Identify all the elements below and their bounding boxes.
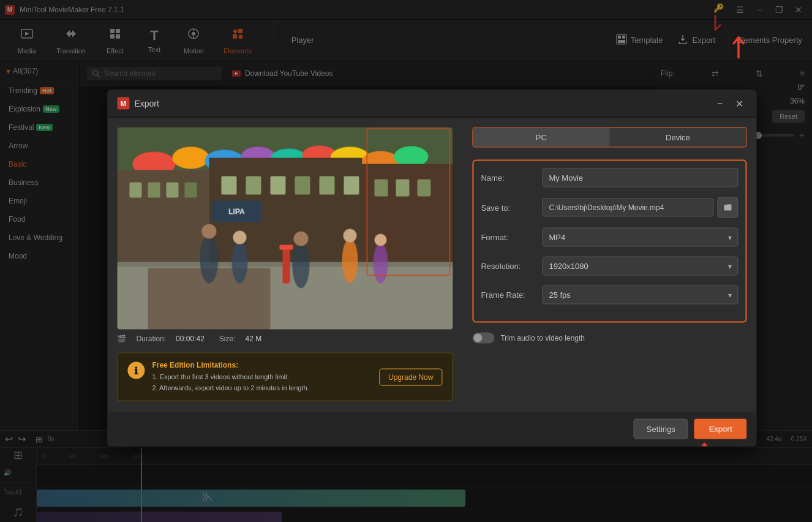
svg-rect-37 (129, 183, 141, 198)
dialog-controls: − ✕ (712, 96, 746, 111)
folder-icon (723, 203, 732, 213)
browse-button[interactable] (717, 197, 738, 218)
limit-text: Free Edition Limitations: 1. Export the … (152, 361, 372, 393)
svg-point-58 (201, 224, 216, 239)
resolution-row: Resolution: 1920x1080 1280x720 854x480 6… (481, 257, 738, 276)
svg-rect-48 (396, 180, 409, 197)
format-select-wrap: MP4 MOV AVI WMV MKV GIF ▾ (542, 228, 738, 247)
settings-button[interactable]: Settings (634, 419, 688, 439)
frame-rate-select-wrap: 24 fps 25 fps 30 fps 60 fps ▾ (542, 286, 738, 304)
save-to-row: Save to: (481, 197, 738, 218)
svg-point-62 (293, 232, 308, 246)
size-label: Size: (219, 335, 236, 343)
limitations-box: ℹ Free Edition Limitations: 1. Export th… (117, 353, 453, 401)
export-dialog: M Export − ✕ (107, 90, 756, 447)
svg-rect-43 (270, 176, 285, 195)
export-tabs: PC Device (472, 127, 746, 148)
svg-point-57 (200, 235, 218, 284)
svg-rect-38 (148, 183, 160, 198)
limit-title: Free Edition Limitations: (152, 361, 372, 369)
save-path-input[interactable] (542, 199, 713, 217)
resolution-label: Resolution: (481, 262, 542, 271)
app: M MiniTool MovieMaker Free 7.1.1 🔑 ☰ − ❐… (0, 0, 812, 522)
svg-point-59 (231, 241, 247, 284)
svg-point-61 (292, 242, 309, 289)
limit-icon: ℹ (127, 362, 145, 379)
svg-rect-40 (184, 183, 197, 198)
format-row: Format: MP4 MOV AVI WMV MKV GIF ▾ (481, 228, 738, 247)
dialog-close-button[interactable]: ✕ (732, 96, 746, 111)
video-thumbnail: LIPA (117, 127, 453, 330)
resolution-select[interactable]: 1920x1080 1280x720 854x480 640x360 (542, 257, 738, 276)
street-scene-svg: LIPA (117, 127, 453, 330)
svg-point-65 (373, 243, 388, 284)
frame-rate-select[interactable]: 24 fps 25 fps 30 fps 60 fps (542, 286, 738, 304)
dialog-footer: Settings Export (107, 411, 756, 447)
tab-pc[interactable]: PC (473, 128, 609, 147)
svg-rect-45 (319, 176, 334, 195)
format-label: Format: (481, 233, 542, 242)
path-row (542, 197, 738, 218)
name-input[interactable] (542, 168, 738, 187)
svg-rect-55 (279, 245, 293, 250)
export-settings-form: Name: Save to: (472, 160, 746, 323)
upgrade-now-button[interactable]: Upgrade Now (379, 368, 442, 385)
frame-rate-label: Frame Rate: (481, 290, 542, 300)
format-select[interactable]: MP4 MOV AVI WMV MKV GIF (542, 228, 738, 247)
svg-point-66 (374, 234, 386, 246)
tab-device[interactable]: Device (609, 128, 746, 147)
limit-line1: 1. Export the first 3 videos without len… (152, 372, 372, 383)
svg-point-60 (233, 231, 246, 244)
svg-rect-46 (344, 176, 359, 195)
svg-rect-41 (221, 176, 236, 195)
svg-point-33 (394, 146, 428, 167)
name-row: Name: (481, 168, 738, 187)
resolution-select-wrap: 1920x1080 1280x720 854x480 640x360 ▾ (542, 257, 738, 276)
dialog-title: Export (134, 99, 159, 108)
save-to-label: Save to: (481, 203, 542, 212)
export-button[interactable]: Export (694, 419, 747, 439)
dialog-title-left: M Export (117, 97, 159, 110)
svg-point-26 (172, 147, 209, 169)
svg-point-63 (342, 239, 358, 283)
audio-trim-label: Trim audio to video length (500, 334, 585, 342)
dialog-app-icon: M (117, 97, 129, 110)
dialog-info: 🎬 Duration: 00:00:42 Size: 42 M (117, 330, 453, 348)
duration-label: Duration: (136, 335, 166, 343)
film-icon: 🎬 (117, 335, 126, 343)
limit-line2: 2. Afterwards, export video up to 2 minu… (152, 382, 372, 393)
svg-rect-49 (417, 180, 430, 197)
dialog-titlebar: M Export − ✕ (107, 90, 756, 118)
svg-point-64 (343, 229, 356, 243)
dialog-left-panel: LIPA (107, 118, 462, 411)
frame-rate-row: Frame Rate: 24 fps 25 fps 30 fps 60 fps … (481, 286, 738, 304)
toggle-knob (473, 334, 482, 342)
size-value: 42 M (246, 335, 262, 343)
svg-text:LIPA: LIPA (228, 208, 245, 216)
dialog-body: LIPA (107, 118, 756, 411)
audio-trim-toggle[interactable] (472, 333, 494, 344)
svg-rect-54 (282, 247, 290, 284)
svg-rect-44 (295, 176, 310, 195)
dialog-right-panel: PC Device Name: Save to: (462, 118, 756, 411)
duration-value: 00:00:42 (176, 335, 205, 343)
dialog-minimize-button[interactable]: − (712, 96, 727, 111)
svg-rect-47 (374, 180, 388, 197)
svg-rect-39 (166, 183, 178, 198)
svg-rect-42 (246, 176, 261, 195)
name-label: Name: (481, 173, 542, 183)
audio-trim-row: Trim audio to video length (472, 333, 746, 344)
